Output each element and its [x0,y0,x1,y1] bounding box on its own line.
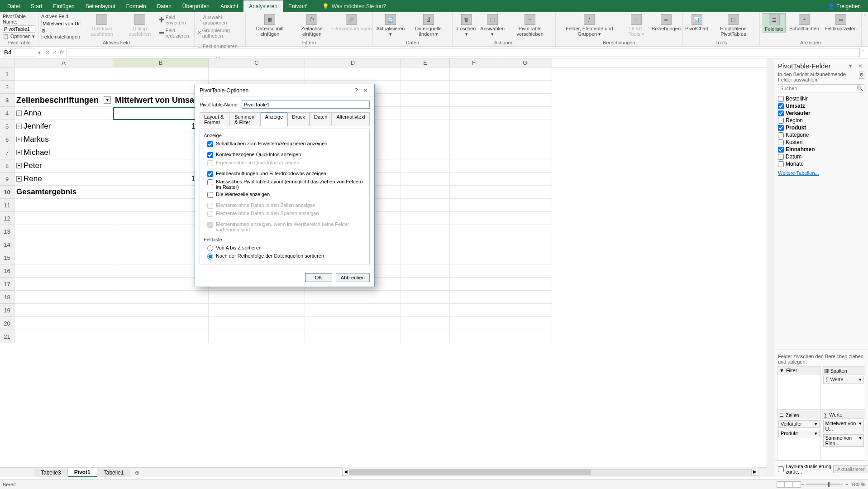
dialog-help-icon[interactable]: ? [352,87,361,94]
view-pagelayout-icon[interactable] [785,481,793,488]
zone-filter[interactable]: ▼Filter [777,366,821,410]
field-checkbox[interactable] [778,132,784,138]
fieldpane-settings-icon[interactable]: ⚙ [859,72,864,79]
zone-item[interactable]: ∑ Werte▾ [823,376,864,384]
view-pagebreak-icon[interactable] [793,481,801,488]
row-header[interactable]: 4 [0,107,14,120]
field-checkbox[interactable] [778,110,784,116]
opt-sort-az[interactable] [207,245,213,251]
zone-rows[interactable]: ☰Zeilen Verkäufer▾ Produkt▾ [777,411,821,460]
pt-options-button[interactable]: 📋 Optionen ▾ [3,34,35,39]
ribbon-collapse-icon[interactable]: ˄ [862,12,868,46]
row-header[interactable]: 1 [0,67,14,81]
expand-icon[interactable]: + [16,163,22,168]
chevron-down-icon[interactable]: ▾ [815,421,817,427]
dialog-tab-anzeige[interactable]: Anzeige [261,112,288,126]
fields-items-button[interactable]: ƒFelder, Elemente und Gruppen ▾ [558,13,620,38]
pivot-row-item[interactable]: +Markus [14,133,113,146]
row-header[interactable]: 9 [0,173,14,186]
zoom-out-icon[interactable]: − [801,482,804,487]
field-item[interactable]: Monate [778,160,864,168]
fieldpane-search-input[interactable] [778,85,856,92]
field-item[interactable]: Kategorie [778,131,864,139]
scroll-left-icon[interactable]: ◀ [342,469,349,476]
row-header[interactable]: 16 [0,264,14,278]
pt-name-input[interactable] [3,25,35,33]
field-checkbox[interactable] [778,154,784,160]
row-header[interactable]: 3 [0,94,14,107]
opt-value-row[interactable] [207,192,213,198]
horizontal-scrollbar[interactable]: ◀ ▶ [342,467,758,477]
zoom-slider-thumb[interactable] [828,482,830,487]
field-item[interactable]: BestellNr [778,95,864,102]
col-header-e[interactable]: E [401,58,450,67]
tab-datei[interactable]: Datei [2,0,25,12]
dialog-tab-druck[interactable]: Druck [287,112,310,126]
zone-item[interactable]: Summe von Einn...▾ [823,434,864,447]
pivot-row-item[interactable]: +Jennifer [14,120,113,133]
select-all-corner[interactable] [0,58,14,67]
row-header[interactable]: 18 [0,291,14,304]
row-header[interactable]: 7 [0,146,14,159]
formula-input[interactable] [67,48,860,57]
select-button[interactable]: ⬚Auswählen ▾ [479,13,506,38]
defer-layout-checkbox[interactable] [778,466,784,472]
recommended-pivottables-button[interactable]: ⬚Empfohlene PivotTables [710,13,757,38]
confirm-icon[interactable]: ✓ [52,49,57,56]
cancel-icon[interactable]: ✕ [45,49,50,56]
pivot-row-item[interactable]: +Rene [14,173,113,186]
dialog-ok-button[interactable]: OK [305,273,332,282]
opt-quickinfo[interactable] [207,152,213,158]
change-datasource-button[interactable]: 🗄Datenquelle ändern ▾ [407,13,449,38]
fieldlist-toggle[interactable]: ☰Feldliste [763,13,786,33]
dialog-tab-daten[interactable]: Daten [310,112,332,126]
row-header[interactable]: 17 [0,278,14,291]
field-checkbox[interactable] [778,118,784,124]
share-button[interactable]: 👤 Freigeben [822,1,866,11]
relationships-button[interactable]: ∞Beziehungen [653,13,680,32]
pivot-row-item[interactable]: +Michael [14,146,113,159]
zone-columns[interactable]: ▥Spalten ∑ Werte▾ [822,366,866,410]
field-item[interactable]: Produkt [778,124,864,131]
expand-icon[interactable]: + [16,150,22,155]
tab-seitenlayout[interactable]: Seitenlayout [80,0,121,12]
expand-icon[interactable]: + [16,124,22,129]
name-box[interactable] [2,48,36,57]
field-checkbox[interactable] [778,125,784,131]
row-header[interactable]: 13 [0,225,14,238]
fieldpane-search[interactable]: 🔍 [778,84,864,92]
pivot-row-header[interactable]: Zeilenbeschriftungen▾ [14,94,113,107]
dialog-tab-sums[interactable]: Summen & Filter [230,112,260,126]
opt-expand-buttons[interactable] [207,141,213,147]
spreadsheet-area[interactable]: A B C D E F G 1 2 3 Zeilenbeschriftungen… [0,58,767,477]
pivotchart-button[interactable]: 📊PivotChart [686,13,708,32]
sheet-tab[interactable]: Tabelle3 [34,469,68,477]
zone-item[interactable]: Produkt▾ [778,430,820,437]
field-checkbox[interactable] [778,103,784,109]
pivot-row-item[interactable]: +Peter [14,159,113,173]
scroll-right-icon[interactable]: ▶ [751,469,758,476]
tab-einfuegen[interactable]: Einfügen [48,0,80,12]
zoom-value[interactable]: 180 % [851,482,865,487]
row-header[interactable]: 11 [0,199,14,212]
col-header-a[interactable]: A [14,58,113,67]
row-header[interactable]: 15 [0,251,14,264]
fx-icon[interactable]: fx [60,49,64,56]
tell-me-search[interactable]: 💡 Was möchten Sie tun? [318,1,391,11]
col-header-c[interactable]: C [209,58,305,67]
more-tables-link[interactable]: Weitere Tabellen... [774,168,868,177]
tab-analysieren[interactable]: Analysieren [243,0,283,12]
row-header[interactable]: 19 [0,304,14,317]
opt-field-labels[interactable] [207,171,213,177]
view-normal-icon[interactable] [777,481,785,488]
vertical-scrollbar[interactable] [767,58,774,477]
field-item[interactable]: Verkäufer [778,110,864,117]
pivot-row-item[interactable]: +Anna [14,107,113,120]
insert-timeline-button[interactable]: ⏱Zeitachse einfügen [293,13,330,38]
chevron-down-icon[interactable]: ▾ [859,377,862,383]
tab-start[interactable]: Start [25,0,48,12]
row-header[interactable]: 12 [0,212,14,225]
row-header[interactable]: 5 [0,120,14,133]
zoom-in-icon[interactable]: + [845,482,848,487]
expand-icon[interactable]: + [16,176,22,182]
